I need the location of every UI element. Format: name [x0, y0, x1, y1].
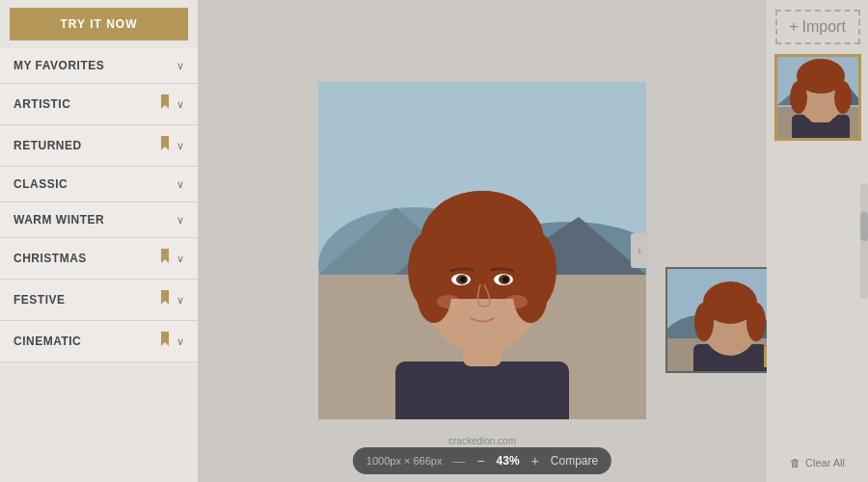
- chevron-down-icon: ∨: [176, 335, 184, 348]
- bookmark-icon: [159, 136, 171, 155]
- clear-all-button[interactable]: 🗑 Clear All: [790, 457, 845, 469]
- main-image: [318, 82, 646, 419]
- svg-point-22: [460, 277, 466, 282]
- svg-point-24: [437, 295, 460, 308]
- canvas-wrapper: crackedion.com ↙: [318, 82, 646, 419]
- sidebar-item-right-christmas: ∨: [159, 249, 184, 268]
- bookmark-icon: [159, 332, 171, 351]
- main-canvas-area: crackedion.com ↙: [198, 0, 767, 482]
- scrollbar-thumb[interactable]: [860, 212, 868, 241]
- svg-point-35: [694, 303, 714, 341]
- bookmark-icon: [159, 94, 171, 114]
- chevron-down-icon: ∨: [176, 253, 184, 265]
- sidebar-label-warm-winter: WARM WINTER: [14, 213, 104, 227]
- chevron-down-icon: ∨: [176, 214, 184, 227]
- clear-all-label: Clear All: [805, 457, 845, 469]
- sidebar-label-artistic: ARTISTIC: [14, 97, 70, 111]
- sidebar-item-right-festive: ∨: [159, 290, 184, 309]
- sidebar-item-classic[interactable]: CLASSIC∨: [0, 167, 198, 202]
- zoom-level: 43%: [497, 454, 520, 468]
- svg-point-25: [504, 295, 528, 308]
- sidebar-label-christmas: CHRISTMAS: [14, 252, 87, 265]
- zoom-out-button[interactable]: −: [475, 453, 486, 469]
- chevron-down-icon: ∨: [176, 178, 184, 191]
- right-panel: + Import 🗑 Clear All: [767, 0, 868, 482]
- zoom-in-button[interactable]: +: [529, 453, 541, 469]
- trash-icon: 🗑: [790, 457, 800, 469]
- chevron-down-icon: ∨: [176, 294, 184, 307]
- compare-button[interactable]: Compare: [551, 454, 598, 468]
- sidebar-item-festive[interactable]: FESTIVE∨: [0, 280, 198, 321]
- sidebar: TRY IT NOW MY FAVORITES∨ARTISTIC∨RETURNE…: [0, 0, 198, 482]
- sidebar-label-my-favorites: MY FAVORITES: [14, 59, 104, 72]
- right-panel-thumbnail[interactable]: [774, 54, 861, 141]
- scroll-right-chevron[interactable]: ›: [631, 233, 648, 268]
- import-button[interactable]: + Import: [775, 10, 860, 44]
- svg-point-23: [502, 277, 508, 282]
- sidebar-label-cinematic: CINEMATIC: [14, 335, 81, 348]
- sidebar-item-cinematic[interactable]: CINEMATIC∨: [0, 321, 198, 362]
- scrollbar-track: [860, 183, 868, 299]
- sidebar-item-artistic[interactable]: ARTISTIC∨: [0, 84, 198, 125]
- right-thumb-image: [777, 57, 858, 138]
- sidebar-item-right-my-favorites: ∨: [176, 60, 184, 72]
- sidebar-label-festive: FESTIVE: [14, 293, 66, 307]
- svg-point-36: [746, 303, 766, 341]
- import-label: Import: [802, 18, 846, 36]
- sidebar-item-my-favorites[interactable]: MY FAVORITES∨: [0, 48, 198, 84]
- chevron-down-icon: ∨: [176, 140, 184, 152]
- sidebar-item-right-cinematic: ∨: [159, 332, 184, 351]
- sidebar-item-right-warm-winter: ∨: [176, 214, 184, 227]
- zoom-separator: —: [451, 453, 465, 469]
- chevron-down-icon: ∨: [176, 60, 184, 72]
- sidebar-item-christmas[interactable]: CHRISTMAS∨: [0, 238, 198, 280]
- svg-point-46: [790, 81, 807, 114]
- sidebar-item-warm-winter[interactable]: WARM WINTER∨: [0, 202, 198, 238]
- svg-rect-8: [395, 362, 569, 419]
- sidebar-label-classic: CLASSIC: [14, 177, 68, 191]
- sidebar-item-right-artistic: ∨: [159, 94, 184, 114]
- bookmark-icon: [159, 290, 171, 309]
- svg-point-47: [834, 81, 852, 114]
- sidebar-label-returned: RETURNED: [14, 139, 82, 152]
- image-dimensions: 1000px × 666px: [366, 455, 443, 467]
- try-it-now-button[interactable]: TRY IT NOW: [10, 8, 188, 40]
- plus-icon: +: [789, 18, 798, 36]
- svg-point-14: [429, 191, 535, 258]
- watermark-text: crackedion.com: [448, 436, 516, 446]
- svg-rect-17: [424, 275, 540, 299]
- sidebar-item-right-returned: ∨: [159, 136, 184, 155]
- bookmark-icon: [159, 249, 171, 268]
- zoom-bar: 1000px × 666px — − 43% + Compare: [353, 447, 611, 474]
- sidebar-item-right-classic: ∨: [176, 178, 184, 191]
- chevron-down-icon: ∨: [176, 98, 184, 111]
- sidebar-item-returned[interactable]: RETURNED∨: [0, 125, 198, 167]
